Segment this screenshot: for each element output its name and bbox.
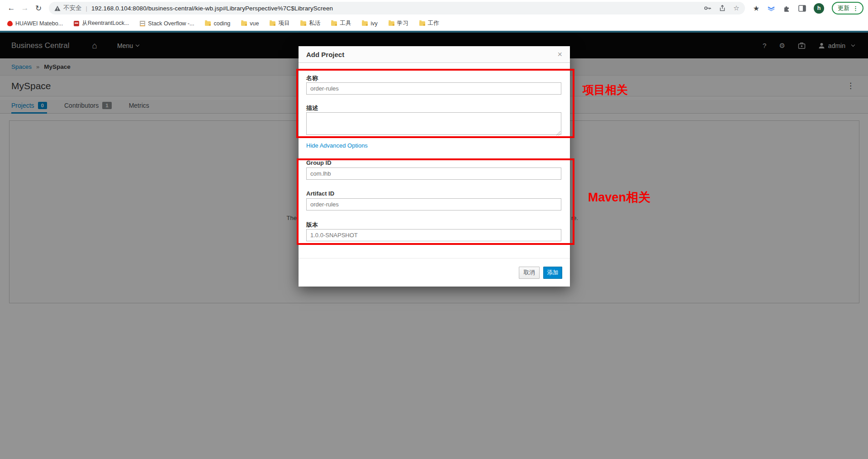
bookmark-label: coding	[213, 20, 230, 27]
side-panel-icon[interactable]	[798, 5, 806, 12]
add-button[interactable]: 添加	[543, 267, 562, 279]
share-icon[interactable]	[719, 5, 726, 12]
bookmark-folder-work[interactable]: 工作	[419, 19, 439, 27]
stackoverflow-icon	[140, 21, 145, 26]
bookmark-folder-coding[interactable]: coding	[205, 20, 230, 27]
close-icon[interactable]: ×	[557, 50, 562, 58]
bookmark-label: 学习	[397, 19, 408, 27]
folder-icon	[300, 21, 306, 26]
screen: ← → ↻ 不安全 | 192.168.0.104:8080/business-…	[0, 0, 868, 459]
bookmark-label: 工作	[428, 19, 439, 27]
toolbar-icons: ★ h	[753, 2, 863, 14]
back-icon[interactable]: ←	[5, 4, 18, 13]
name-input[interactable]	[306, 82, 561, 95]
reload-icon[interactable]: ↻	[32, 4, 45, 13]
bookmark-label: 私活	[309, 19, 320, 27]
bookmark-folder-vue[interactable]: vue	[241, 20, 259, 27]
huawei-logo-icon	[7, 21, 13, 26]
bookmark-reentrantlock[interactable]: 从ReentrantLock...	[74, 19, 129, 27]
group-id-input[interactable]	[306, 167, 561, 180]
artifact-id-input[interactable]	[306, 198, 561, 210]
folder-icon	[270, 21, 275, 26]
url-text[interactable]: 192.168.0.104:8080/business-central/kie-…	[91, 5, 697, 12]
bookmarks-star-filled-icon[interactable]: ★	[753, 4, 759, 13]
folder-icon	[362, 21, 368, 26]
bookmark-folder-tools[interactable]: 工具	[331, 19, 351, 27]
modal-footer-divider	[299, 258, 570, 258]
not-secure-warning-icon	[54, 5, 61, 11]
annotation-label-project: 项目相关	[583, 82, 628, 97]
folder-icon	[419, 21, 425, 26]
chrome-update-button[interactable]: 更新 ⋮	[832, 2, 863, 14]
textarea-resize-handle-icon[interactable]	[556, 131, 560, 135]
add-project-modal: Add Project × 名称 描述 Hide Advanced Option…	[299, 46, 570, 287]
update-label: 更新	[838, 4, 849, 12]
folder-icon	[241, 21, 247, 26]
bookmark-label: ivy	[370, 20, 377, 27]
bookmark-label: HUAWEI Matebo...	[15, 20, 63, 27]
url-bar[interactable]: 不安全 | 192.168.0.104:8080/business-centra…	[49, 2, 745, 14]
bookmark-stackoverflow[interactable]: Stack Overflow -...	[140, 20, 194, 27]
annotation-label-maven: Maven相关	[588, 189, 650, 206]
version-label: 版本	[306, 221, 318, 229]
bookmark-label: 工具	[340, 19, 351, 27]
folder-icon	[205, 21, 211, 26]
bookmark-label: 项目	[278, 19, 289, 27]
group-id-label: Group ID	[306, 159, 332, 166]
bookmark-label: vue	[250, 20, 259, 27]
forward-icon[interactable]: →	[18, 4, 32, 13]
folder-icon	[331, 21, 337, 26]
bookmark-label: Stack Overflow -...	[148, 20, 194, 27]
extensions-puzzle-icon[interactable]	[783, 5, 791, 12]
artifact-id-label: Artifact ID	[306, 190, 334, 197]
reading-list-layers-icon[interactable]	[767, 5, 775, 12]
address-bar-row: ← → ↻ 不安全 | 192.168.0.104:8080/business-…	[0, 0, 868, 16]
version-input[interactable]	[306, 229, 561, 241]
profile-avatar[interactable]: h	[814, 3, 824, 14]
security-label[interactable]: 不安全	[63, 4, 82, 12]
password-key-icon[interactable]	[704, 5, 711, 12]
bookmark-star-icon[interactable]: ☆	[733, 4, 739, 12]
bookmarks-bar: HUAWEI Matebo... 从ReentrantLock... Stack…	[0, 16, 868, 30]
bookmark-folder-study[interactable]: 学习	[389, 19, 408, 27]
url-separator: |	[86, 5, 87, 12]
description-textarea[interactable]	[306, 112, 561, 135]
bookmark-folder-sideline[interactable]: 私活	[300, 19, 320, 27]
bookmark-huawei[interactable]: HUAWEI Matebo...	[7, 20, 63, 27]
modal-header: Add Project ×	[299, 46, 570, 63]
folder-icon	[389, 21, 394, 26]
article-icon	[74, 21, 79, 26]
description-label: 描述	[306, 104, 318, 112]
bookmark-folder-project[interactable]: 项目	[270, 19, 289, 27]
cancel-button[interactable]: 取消	[519, 267, 540, 279]
hide-advanced-options-link[interactable]: Hide Advanced Options	[306, 142, 368, 149]
browser-menu-dots-icon[interactable]: ⋮	[853, 5, 859, 12]
name-label: 名称	[306, 74, 318, 82]
browser-chrome: ← → ↻ 不安全 | 192.168.0.104:8080/business-…	[0, 0, 868, 31]
bookmark-folder-ivy[interactable]: ivy	[362, 20, 377, 27]
bookmark-label: 从ReentrantLock...	[82, 19, 129, 27]
modal-title: Add Project	[306, 51, 344, 58]
